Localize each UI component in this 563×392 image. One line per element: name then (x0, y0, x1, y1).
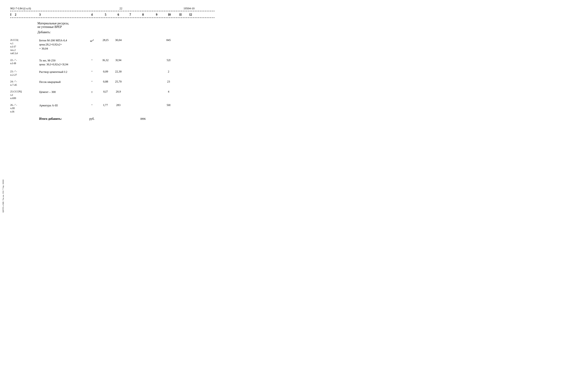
row-23-ref: 23.–"– п.2-27 (10, 70, 38, 76)
table-row: 26.–"– ч.III п.I6 Арматура А-III " I,77 … (10, 102, 215, 115)
page-container: ЦНТП и МИ. Тш.зш. I50-7 Тир. I0000 902-7… (10, 7, 215, 124)
row-21-col9: 845 (162, 38, 175, 42)
row-26-col9: 50I (162, 103, 175, 107)
col-header-3: 3 (38, 13, 85, 16)
total-row: Итого добавить: руб. I896 (10, 115, 215, 123)
row-23-col6: 22,30 (112, 70, 124, 73)
total-value: I896 (136, 117, 150, 121)
row-25-name: Цемент – 300 (38, 90, 85, 94)
row-21-unit: м³3 (85, 38, 99, 43)
row-25-col5: 0,I7 (99, 90, 112, 93)
row-21-col5: 28,I5 (99, 38, 112, 42)
col-header-10: I0 (164, 13, 175, 16)
sub-title: Добавить: (10, 30, 215, 37)
col-header-2: 2 (15, 13, 16, 16)
top-dashed-line (10, 11, 215, 11)
row-23-unit: " (85, 70, 99, 74)
col-header-9: 9 (150, 13, 164, 16)
row-22-col9: 52I (162, 59, 175, 62)
row-25-col6: 20,9 (112, 90, 124, 93)
row-22-unit: " (85, 59, 99, 62)
row-21-col6: 30,04 (112, 38, 124, 42)
col-header-12: I2 (186, 13, 196, 16)
row-22-ref: 22.–"– п.I-I8 (10, 59, 38, 65)
header-row: 902-7-I.84 (ÿ к.6) 22 19504-10 (10, 7, 215, 10)
row-25-unit: т (85, 90, 99, 94)
row-26-name: Арматура А-III (38, 103, 85, 108)
section-title: Материальные ресурсы, не учтенные ВРЕР (10, 20, 215, 30)
table-row: 25.СССРЦ ч.I п.699 Цемент – 300 т 0,I7 2… (10, 88, 215, 102)
row-24-col5: 0,88 (99, 80, 112, 83)
doc-number: 902-7-I.84 (ÿ к.6) (10, 7, 65, 10)
col-header-7: 7 (124, 13, 136, 16)
col-header-1: I (10, 13, 12, 16)
right-code: 19504-10 (164, 7, 215, 10)
row-26-ref: 26.–"– ч.III п.I6 (10, 103, 38, 113)
column-headers: I 2 3 4 5 6 7 8 9 I0 II I2 (10, 12, 215, 18)
row-26-unit: " (85, 103, 99, 107)
col-header-6: 6 (112, 13, 124, 16)
col-header-1-2: I 2 (10, 13, 38, 16)
sidebar-text: ЦНТП и МИ. Тш.зш. I50-7 Тир. I0000 (2, 180, 4, 212)
row-25-col9: 4 (162, 90, 175, 93)
row-22-name: То же, М-250 цена: 30,I+0,92x2=3I,94 (38, 59, 85, 67)
total-unit: руб. (85, 117, 99, 121)
row-23-name: Раствор цементный I:2 (38, 70, 85, 74)
page-number: 22 (78, 7, 164, 10)
row-23-col5: 0,09 (99, 70, 112, 73)
row-26-col5: I,77 (99, 103, 112, 107)
table-row: 22.–"– п.I-I8 То же, М-250 цена: 30,I+0,… (10, 57, 215, 68)
col-header-11: II (175, 13, 186, 16)
row-24-name: Песок кварцевый (38, 80, 85, 84)
table-row: 23.–"– п.2-27 Раствор цементный I:2 " 0,… (10, 68, 215, 78)
row-22-col5: I6,32 (99, 59, 112, 62)
col-header-4: 4 (85, 13, 99, 16)
table-row: 2I.ССЦ ч.1 п.I-I7 тех.2 таб.3,4 Бетон М-… (10, 37, 215, 57)
content-section: Материальные ресурсы, не учтенные ВРЕР Д… (10, 18, 215, 124)
row-23-col9: 2 (162, 70, 175, 73)
col-header-8: 8 (136, 13, 150, 16)
row-21-ref: 2I.ССЦ ч.1 п.I-I7 тех.2 таб.3,4 (10, 38, 38, 55)
col-header-5: 5 (99, 13, 112, 16)
row-24-col6: 25,70 (112, 80, 124, 83)
row-24-unit: " (85, 80, 99, 84)
row-26-col6: 283 (112, 103, 124, 107)
table-row: 24.–"– п.7-45 Песок кварцевый " 0,88 25,… (10, 78, 215, 88)
row-22-col6: 3I,94 (112, 59, 124, 62)
total-text: Итого добавить: (38, 117, 85, 121)
row-24-col9: 23 (162, 80, 175, 83)
row-25-ref: 25.СССРЦ ч.I п.699 (10, 90, 38, 100)
row-21-name: Бетон М-200 МПА-0,4 цена:28,2+0,92x2= = … (38, 38, 85, 50)
row-24-ref: 24.–"– п.7-45 (10, 80, 38, 86)
